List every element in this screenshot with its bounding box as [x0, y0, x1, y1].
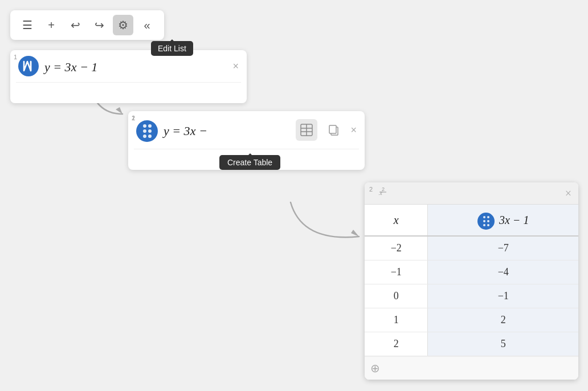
arrow-2-icon	[285, 197, 370, 248]
cell-y: −1	[428, 284, 578, 308]
table-row: −2−7	[365, 236, 578, 260]
copy-button[interactable]	[323, 119, 345, 141]
expr-1-row2	[10, 83, 247, 103]
cell-y: 2	[428, 308, 578, 332]
cell-x: −1	[365, 260, 428, 284]
expr-1-number: 1	[14, 54, 17, 60]
svg-text:2: 2	[382, 186, 385, 192]
expr-1-close[interactable]: ×	[232, 60, 239, 72]
y-color-dot[interactable]	[477, 213, 495, 230]
drag-dots	[141, 122, 154, 140]
collapse-button[interactable]: «	[137, 15, 157, 35]
data-table-footer: ⊕	[365, 356, 578, 380]
svg-marker-9	[351, 230, 359, 237]
settings-button[interactable]: ⚙	[113, 15, 133, 35]
desmos-logo-icon	[18, 56, 39, 76]
expr-2-close[interactable]: ×	[350, 124, 357, 136]
cell-y: −4	[428, 260, 578, 284]
cell-x: −2	[365, 236, 428, 260]
add-button[interactable]: +	[41, 15, 62, 35]
fraction-icon: 𝑥 2	[377, 186, 390, 198]
table-icon	[300, 124, 313, 136]
col-y-header: 3x − 1	[428, 205, 578, 236]
expr-1-math: y = 3x − 1	[44, 60, 227, 75]
cell-y: −7	[428, 236, 578, 260]
cell-x: 1	[365, 308, 428, 332]
expr-2-math: y = 3x −	[164, 124, 290, 139]
table-row: 25	[365, 332, 578, 356]
cell-x: 2	[365, 332, 428, 356]
color-dot[interactable]	[136, 120, 158, 142]
y-drag-dots	[481, 214, 492, 229]
redo-button[interactable]: ↪	[89, 15, 109, 35]
menu-button[interactable]: ☰	[17, 15, 38, 35]
cell-x: 0	[365, 284, 428, 308]
variable-icon: 𝑥 2	[377, 186, 390, 201]
table-row: 12	[365, 308, 578, 332]
create-table-button[interactable]	[296, 119, 317, 141]
undo-button[interactable]: ↩	[65, 15, 85, 35]
toolbar: ☰ + ↩ ↪ ⚙ «	[10, 10, 164, 40]
data-table-close[interactable]: ×	[565, 187, 571, 200]
create-table-tooltip: Create Table	[219, 155, 280, 170]
col-x-header: x	[365, 205, 428, 236]
expression-row-1: 1 y = 3x − 1 ×	[10, 50, 247, 82]
col-y-expression: 3x − 1	[499, 214, 529, 227]
value-table: x	[365, 205, 578, 356]
cell-y: 5	[428, 332, 578, 356]
data-table-number: 2	[369, 186, 373, 193]
table-row: 0−1	[365, 284, 578, 308]
expression-row-2: 1 y = 3x −	[128, 111, 365, 149]
edit-list-tooltip: Edit List	[151, 41, 193, 56]
expression-panel-1: 1 y = 3x − 1 ×	[10, 50, 247, 103]
copy-icon	[328, 124, 340, 136]
data-table-header: 2 𝑥 2 ×	[365, 182, 578, 205]
data-table-panel: 2 𝑥 2 × x	[365, 182, 578, 380]
table-row: −1−4	[365, 260, 578, 284]
svg-rect-8	[329, 125, 336, 133]
zoom-icon[interactable]: ⊕	[370, 361, 380, 375]
table-body: −2−7−1−40−11225	[365, 236, 578, 356]
expr-2-row2-number: 2	[132, 115, 135, 121]
